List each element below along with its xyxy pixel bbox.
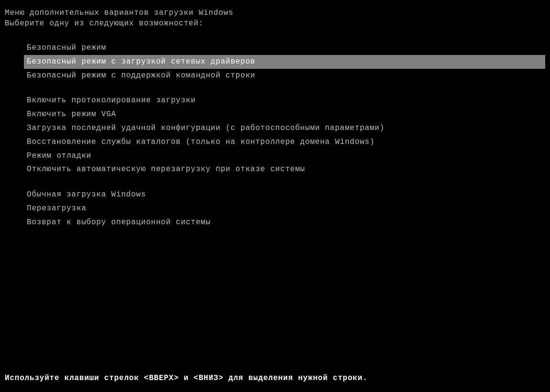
menu-item[interactable]: Отключить автоматическую перезагрузку пр… — [24, 163, 545, 176]
menu-item[interactable]: Включить режим VGA — [24, 108, 545, 121]
menu-item[interactable]: Безопасный режим с поддержкой командной … — [24, 69, 545, 83]
menu-item[interactable]: Режим отладки — [24, 149, 545, 163]
boot-menu-screen: Меню дополнительных вариантов загрузки W… — [0, 0, 550, 392]
footer-text: Используйте клавиши стрелок <ВВЕРХ> и <В… — [5, 374, 545, 382]
header-subtitle: Выберите одну из следующих возможностей: — [5, 19, 545, 28]
header-title: Меню дополнительных вариантов загрузки W… — [5, 9, 545, 17]
menu-item[interactable]: Включить протоколирование загрузки — [24, 94, 545, 108]
menu-group-spacer — [24, 176, 545, 188]
footer-section: Используйте клавиши стрелок <ВВЕРХ> и <В… — [5, 369, 545, 387]
menu-item[interactable]: Восстановление службы каталогов (только … — [24, 135, 545, 149]
menu-item[interactable]: Перезагрузка — [24, 202, 545, 216]
menu-item[interactable]: Обычная загрузка Windows — [24, 188, 545, 202]
menu-item[interactable]: Возврат к выбору операционной системы — [24, 216, 545, 229]
menu-section: Безопасный режимБезопасный режим с загру… — [5, 41, 545, 229]
menu-group-spacer — [24, 82, 545, 94]
menu-item[interactable]: Безопасный режим с загрузкой сетевых дра… — [24, 55, 545, 69]
menu-item[interactable]: Загрузка последней удачной конфигурации … — [24, 121, 545, 135]
menu-item[interactable]: Безопасный режим — [24, 41, 545, 55]
